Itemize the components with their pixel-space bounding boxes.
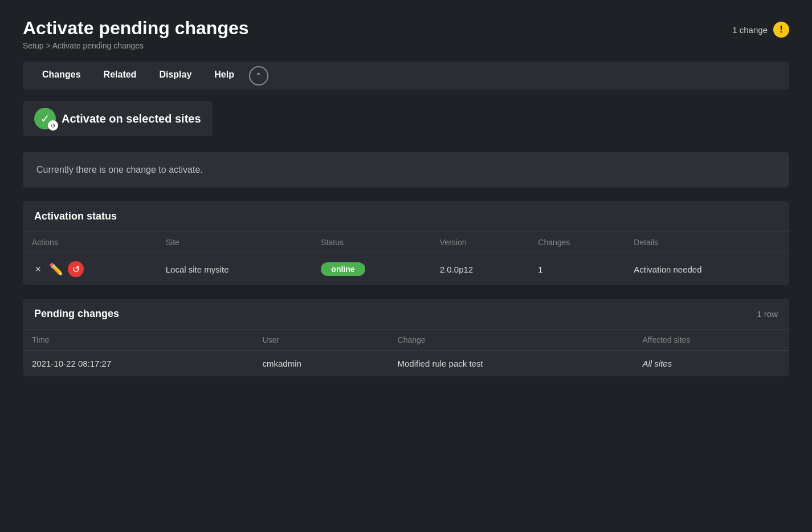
reload-icon[interactable]: ↺	[68, 261, 84, 277]
row-changes: 1	[529, 253, 625, 286]
col-affected-sites: Affected sites	[634, 330, 789, 351]
activate-button-label: Activate on selected sites	[62, 112, 201, 125]
action-icons: ✕ ✏️ ↺	[32, 261, 148, 277]
remove-icon[interactable]: ✕	[32, 263, 44, 275]
table-row: ✕ ✏️ ↺ Local site mysite online 2.0.0p12…	[23, 253, 789, 286]
col-details: Details	[625, 232, 789, 253]
warning-icon: !	[773, 22, 789, 38]
collapse-button[interactable]: ⌃	[249, 66, 268, 86]
sub-icon: ↺	[48, 120, 58, 131]
tab-help[interactable]: Help	[204, 62, 244, 90]
row-count: 1 row	[757, 309, 778, 319]
edit-icon[interactable]: ✏️	[49, 262, 63, 276]
pending-row-time: 2021-10-22 08:17:27	[23, 351, 254, 377]
row-details: Activation needed	[625, 253, 789, 286]
col-site: Site	[157, 232, 312, 253]
breadcrumb: Setup > Activate pending changes	[23, 41, 249, 50]
header-left: Activate pending changes Setup > Activat…	[23, 17, 249, 50]
tabs-bar: Changes Related Display Help ⌃	[23, 62, 789, 90]
pending-changes-section: Pending changes 1 row Time User Change A…	[23, 299, 789, 376]
col-time: Time	[23, 330, 254, 351]
row-actions: ✕ ✏️ ↺	[23, 253, 157, 286]
activation-table-header-row: Actions Site Status Version Changes Deta…	[23, 232, 789, 253]
pending-row-affected-sites: All sites	[634, 351, 789, 377]
col-status: Status	[312, 232, 430, 253]
activate-icon-wrapper: ✓ ↺	[34, 108, 56, 129]
col-user: User	[254, 330, 389, 351]
change-badge: 1 change !	[732, 17, 789, 38]
row-version: 2.0.0p12	[431, 253, 529, 286]
table-row: 2021-10-22 08:17:27 cmkadmin Modified ru…	[23, 351, 789, 377]
row-status: online	[312, 253, 430, 286]
status-badge: online	[321, 262, 365, 276]
col-version: Version	[431, 232, 529, 253]
activation-status-table: Actions Site Status Version Changes Deta…	[23, 232, 789, 285]
col-actions: Actions	[23, 232, 157, 253]
row-site: Local site mysite	[157, 253, 312, 286]
page-header: Activate pending changes Setup > Activat…	[23, 17, 789, 50]
pending-table-header-row: Time User Change Affected sites	[23, 330, 789, 351]
collapse-icon: ⌃	[255, 71, 262, 80]
tab-changes[interactable]: Changes	[32, 62, 91, 90]
tab-display[interactable]: Display	[149, 62, 202, 90]
change-count: 1 change	[732, 25, 768, 35]
activation-status-header: Activation status	[23, 201, 789, 232]
page-title: Activate pending changes	[23, 17, 249, 39]
info-box: Currently there is one change to activat…	[23, 152, 789, 188]
activation-status-title: Activation status	[34, 210, 117, 222]
col-changes: Changes	[529, 232, 625, 253]
activate-on-selected-sites-button[interactable]: ✓ ↺ Activate on selected sites	[23, 101, 213, 136]
tab-related[interactable]: Related	[93, 62, 147, 90]
pending-changes-table: Time User Change Affected sites 2021-10-…	[23, 329, 789, 376]
activation-status-section: Activation status Actions Site Status Ve…	[23, 201, 789, 285]
info-text: Currently there is one change to activat…	[36, 165, 203, 174]
pending-changes-header: Pending changes 1 row	[23, 299, 789, 329]
pending-row-change: Modified rule pack test	[389, 351, 634, 377]
pending-row-user: cmkadmin	[254, 351, 389, 377]
col-change: Change	[389, 330, 634, 351]
pending-changes-title: Pending changes	[34, 308, 119, 320]
